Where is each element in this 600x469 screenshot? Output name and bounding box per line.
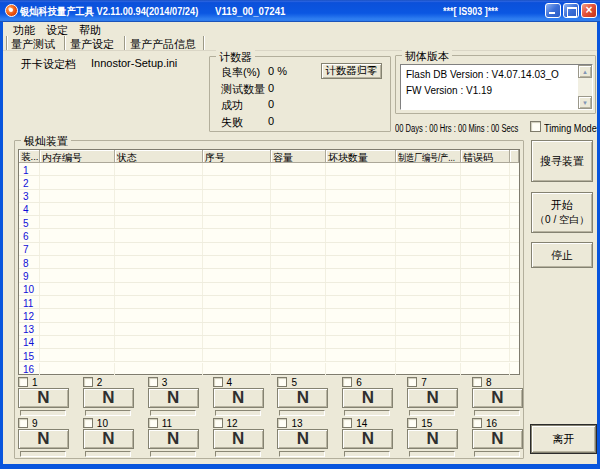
port-status-button-7[interactable]: N [407,388,458,408]
device-row[interactable]: 5 [19,216,519,229]
device-cell [271,243,326,255]
port-progress-bar-5 [279,410,325,416]
device-row[interactable]: 3 [19,190,519,203]
port-checkbox-11[interactable] [148,418,158,428]
port-status-button-9[interactable]: N [18,429,69,449]
port-checkbox-15[interactable] [407,418,417,428]
device-cell [461,269,510,281]
port-status-button-10[interactable]: N [83,429,134,449]
port-status-button-1[interactable]: N [18,388,69,408]
device-cell [115,256,203,268]
column-header[interactable]: 制造厂编号/产... [396,150,461,163]
tab-production-test[interactable]: 量产测试 [11,36,55,50]
port-checkbox-9[interactable] [18,418,28,428]
device-row[interactable]: 12 [19,309,519,322]
device-row[interactable]: 16 [19,363,519,376]
port-status-button-6[interactable]: N [342,388,393,408]
device-cell [396,363,461,375]
column-header[interactable]: 内存编号 [40,150,115,163]
device-row[interactable]: 11 [19,296,519,309]
port-checkbox-6[interactable] [342,377,352,387]
column-header[interactable]: 状态 [115,150,203,163]
device-table-header: 装...内存编号状态序号容量坏块数量制造厂编号/产...错误码 [19,150,519,163]
port-checkbox-1[interactable] [18,377,28,387]
column-header[interactable]: 序号 [203,150,271,163]
maximize-button[interactable] [563,3,579,18]
port-status-button-14[interactable]: N [342,429,393,449]
port-checkbox-2[interactable] [83,377,93,387]
exit-button[interactable]: 离开 [531,425,596,453]
firmware-scrollbar[interactable]: ▲ ▼ [578,65,592,109]
search-devices-button[interactable]: 搜寻装置 [531,140,593,182]
port-status-button-5[interactable]: N [277,388,328,408]
counter-reset-button[interactable]: 计数器归零 [321,63,382,79]
timing-mode-checkbox[interactable] [530,121,541,132]
port-status-button-2[interactable]: N [83,388,134,408]
scroll-up-icon[interactable]: ▲ [578,65,592,78]
device-cell [326,283,396,295]
port-number-label: 4 [227,377,233,388]
device-cell [115,349,203,361]
device-row[interactable]: 1 [19,163,519,176]
start-button[interactable]: 开始 （0 / 空白） [531,192,593,233]
device-cell [396,190,461,202]
device-cell [115,203,203,215]
port-checkbox-14[interactable] [342,418,352,428]
device-row-number: 3 [19,190,40,202]
port-checkbox-5[interactable] [277,377,287,387]
port-checkbox-7[interactable] [407,377,417,387]
port-number-label: 12 [227,418,238,429]
device-row[interactable]: 2 [19,176,519,189]
scroll-down-icon[interactable]: ▼ [578,96,592,109]
device-cell [461,216,510,228]
port-status-button-11[interactable]: N [148,429,199,449]
device-cell [203,230,271,242]
port-checkbox-10[interactable] [83,418,93,428]
close-button[interactable] [581,3,597,18]
tab-production-settings[interactable]: 量产设定 [70,36,114,50]
port-status-button-16[interactable]: N [472,429,523,449]
fail-value: 0 [268,115,274,127]
column-header[interactable]: 错误码 [461,150,510,163]
port-progress-bar-4 [215,410,261,416]
device-row[interactable]: 7 [19,243,519,256]
device-cell [461,256,510,268]
device-cell [271,269,326,281]
port-checkbox-12[interactable] [213,418,223,428]
minimize-button[interactable] [545,3,561,18]
device-cell [461,323,510,335]
device-cell [115,323,203,335]
device-cell [461,349,510,361]
port-checkbox-4[interactable] [213,377,223,387]
port-checkbox-8[interactable] [472,377,482,387]
stop-button[interactable]: 停止 [531,242,593,268]
port-checkbox-3[interactable] [148,377,158,387]
tested-value: 0 [268,82,274,94]
port-status-button-12[interactable]: N [213,429,264,449]
device-row[interactable]: 14 [19,336,519,349]
tab-product-info[interactable]: 量产产品信息 [130,36,196,50]
device-cell [40,349,115,361]
port-checkbox-16[interactable] [472,418,482,428]
port-status-button-15[interactable]: N [407,429,458,449]
device-row[interactable]: 4 [19,203,519,216]
port-number-label: 8 [486,377,492,388]
device-row[interactable]: 13 [19,323,519,336]
device-row[interactable]: 15 [19,349,519,362]
column-header[interactable]: 坏块数量 [326,150,396,163]
device-row[interactable]: 9 [19,269,519,282]
port-status-button-4[interactable]: N [213,388,264,408]
tested-label: 测试数量 [221,82,265,97]
column-header[interactable]: 容量 [271,150,326,163]
column-header[interactable]: 装... [19,150,40,163]
device-cell [271,163,326,175]
port-checkbox-13[interactable] [277,418,287,428]
port-number-label: 6 [356,377,362,388]
device-row[interactable]: 6 [19,230,519,243]
port-status-button-13[interactable]: N [277,429,328,449]
port-status-button-3[interactable]: N [148,388,199,408]
port-progress-bar-14 [344,451,390,457]
device-row[interactable]: 8 [19,256,519,269]
device-row[interactable]: 10 [19,283,519,296]
port-status-button-8[interactable]: N [472,388,523,408]
